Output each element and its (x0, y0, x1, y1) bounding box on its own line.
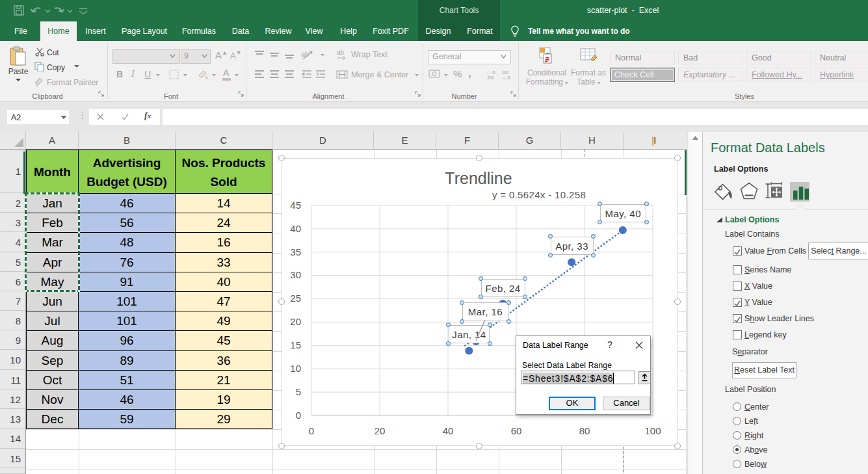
svg-text:.00: .00 (486, 75, 494, 80)
svg-text:ab: ab (301, 50, 309, 58)
svg-text:≠: ≠ (545, 58, 548, 64)
svg-text:ab: ab (337, 49, 345, 56)
svg-text:→.0: →.0 (501, 75, 510, 80)
